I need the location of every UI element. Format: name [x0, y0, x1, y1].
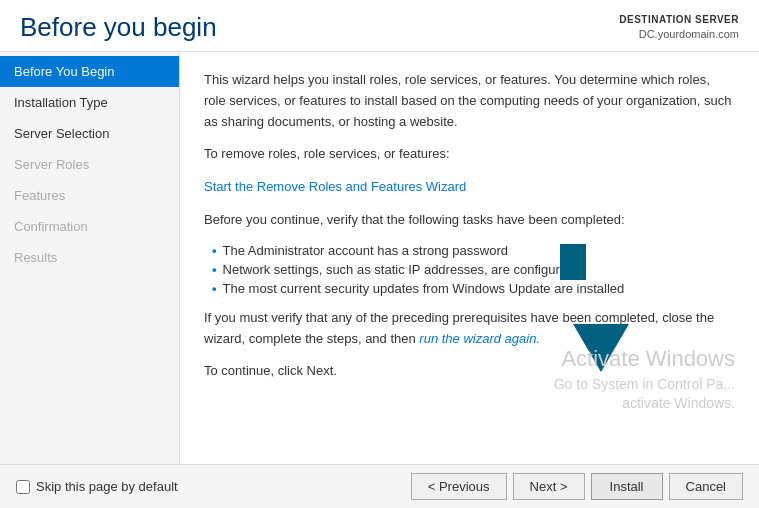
prerequisites-note: If you must verify that any of the prece…	[204, 308, 735, 350]
bullet-dot-1: •	[212, 262, 217, 277]
sidebar-item-before-you-begin[interactable]: Before You Begin	[0, 56, 179, 87]
intro-paragraph: This wizard helps you install roles, rol…	[204, 70, 735, 132]
remove-label: To remove roles, role services, or featu…	[204, 144, 735, 165]
skip-page-label[interactable]: Skip this page by default	[16, 479, 178, 494]
bullet-dot-0: •	[212, 243, 217, 258]
cancel-button[interactable]: Cancel	[669, 473, 743, 500]
bullet-text-2: The most current security updates from W…	[223, 281, 625, 296]
remove-link-wrapper: Start the Remove Roles and Features Wiza…	[204, 177, 735, 198]
dialog-title: Before you begin	[20, 12, 217, 43]
footer-buttons: < Previous Next > Install Cancel	[411, 473, 743, 500]
verify-label: Before you continue, verify that the fol…	[204, 210, 735, 231]
dialog-header: Before you begin DESTINATION SERVER DC.y…	[0, 0, 759, 52]
install-button[interactable]: Install	[591, 473, 663, 500]
dialog-footer: Skip this page by default < Previous Nex…	[0, 464, 759, 508]
arrow-shaft	[560, 244, 586, 280]
next-button[interactable]: Next >	[513, 473, 585, 500]
sidebar-item-results: Results	[0, 242, 179, 273]
remove-roles-link[interactable]: Start the Remove Roles and Features Wiza…	[204, 179, 466, 194]
note-text-italic: run the wizard again.	[419, 331, 540, 346]
footer-left: Skip this page by default	[16, 479, 178, 494]
content-area: This wizard helps you install roles, rol…	[180, 52, 759, 464]
bullet-dot-2: •	[212, 281, 217, 296]
bullet-text-0: The Administrator account has a strong p…	[223, 243, 508, 258]
sidebar-item-installation-type[interactable]: Installation Type	[0, 87, 179, 118]
previous-button[interactable]: < Previous	[411, 473, 507, 500]
sidebar-item-server-roles: Server Roles	[0, 149, 179, 180]
server-label: DESTINATION SERVER	[619, 13, 739, 27]
main-content: Before You Begin Installation Type Serve…	[0, 52, 759, 464]
bullet-item-0: • The Administrator account has a strong…	[212, 243, 735, 258]
bullet-item-1: • Network settings, such as static IP ad…	[212, 262, 735, 277]
server-info: DESTINATION SERVER DC.yourdomain.com	[619, 13, 739, 42]
sidebar-item-confirmation: Confirmation	[0, 211, 179, 242]
sidebar-item-features: Features	[0, 180, 179, 211]
skip-page-text: Skip this page by default	[36, 479, 178, 494]
prerequisites-list: • The Administrator account has a strong…	[212, 243, 735, 296]
bullet-text-1: Network settings, such as static IP addr…	[223, 262, 575, 277]
bullet-item-2: • The most current security updates from…	[212, 281, 735, 296]
arrow-head	[573, 324, 629, 372]
skip-page-checkbox[interactable]	[16, 480, 30, 494]
server-name: DC.yourdomain.com	[619, 27, 739, 42]
sidebar: Before You Begin Installation Type Serve…	[0, 52, 180, 464]
arrow-indicator	[573, 324, 629, 404]
continue-text: To continue, click Next.	[204, 361, 735, 382]
add-roles-dialog: Before you begin DESTINATION SERVER DC.y…	[0, 0, 759, 508]
sidebar-item-server-selection[interactable]: Server Selection	[0, 118, 179, 149]
